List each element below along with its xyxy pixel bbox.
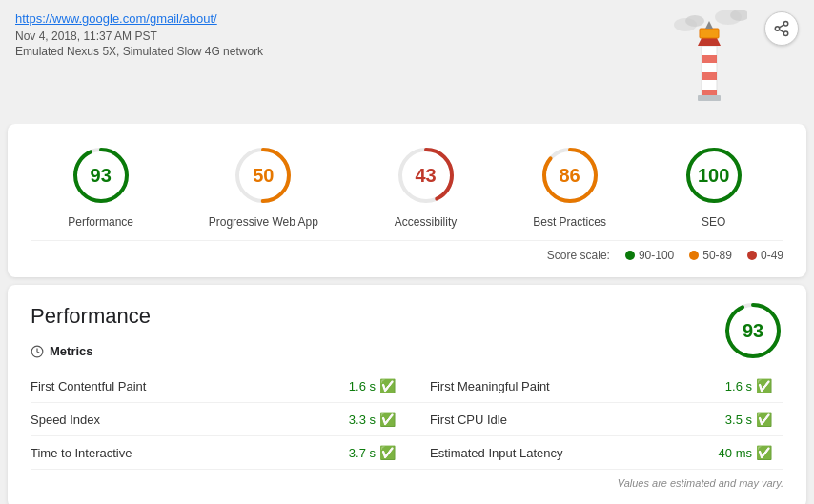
metric-value: 1.6 s ✅ bbox=[349, 378, 396, 393]
header: https://www.google.com/gmail/about/ Nov … bbox=[0, 0, 814, 124]
green-dot bbox=[625, 251, 635, 260]
score-value-accessibility: 43 bbox=[415, 165, 436, 187]
estimated-note: Values are estimated and may vary. bbox=[31, 477, 783, 489]
score-circle-performance: 93 bbox=[69, 143, 133, 208]
metric-time-to-interactive: Time to Interactive 3.7 s ✅ bbox=[31, 436, 407, 470]
metric-number: 3.3 s bbox=[349, 413, 376, 427]
metric-estimated-input-latency: Estimated Input Latency 40 ms ✅ bbox=[407, 436, 783, 470]
score-value-best-practices: 86 bbox=[559, 165, 580, 187]
scores-row: 93 Performance 50 Progressive Web App 43… bbox=[31, 143, 783, 229]
svg-line-16 bbox=[779, 25, 783, 28]
metrics-icon bbox=[31, 345, 44, 358]
score-item-accessibility: 43 Accessibility bbox=[394, 143, 458, 229]
metric-first-contentful-paint: First Contentful Paint 1.6 s ✅ bbox=[31, 370, 407, 403]
score-item-pwa: 50 Progressive Web App bbox=[209, 143, 318, 229]
metrics-label: Metrics bbox=[50, 344, 93, 358]
score-scale: Score scale: 90-100 50-89 0-49 bbox=[31, 240, 783, 262]
score-value-pwa: 50 bbox=[253, 165, 274, 187]
check-icon: ✅ bbox=[379, 378, 396, 393]
metric-number: 1.6 s bbox=[349, 379, 376, 393]
red-dot bbox=[747, 251, 757, 260]
score-circle-pwa: 50 bbox=[231, 143, 295, 208]
score-label-seo: SEO bbox=[702, 215, 725, 229]
metric-name: First CPU Idle bbox=[430, 413, 507, 427]
metric-value: 3.7 s ✅ bbox=[349, 445, 396, 460]
check-icon: ✅ bbox=[379, 412, 396, 427]
check-icon: ✅ bbox=[756, 378, 772, 393]
check-icon: ✅ bbox=[379, 445, 396, 460]
svg-rect-6 bbox=[702, 72, 717, 80]
metric-number: 1.6 s bbox=[725, 379, 752, 393]
lighthouse-illustration bbox=[671, 8, 747, 112]
scale-green: 90-100 bbox=[625, 249, 674, 262]
metric-name: Speed Index bbox=[31, 413, 100, 427]
score-value-performance: 93 bbox=[91, 165, 112, 187]
score-item-performance: 93 Performance bbox=[68, 143, 133, 229]
score-scale-label: Score scale: bbox=[547, 249, 610, 262]
svg-marker-10 bbox=[705, 21, 713, 29]
metrics-row-3: Time to Interactive 3.7 s ✅ Estimated In… bbox=[31, 436, 783, 470]
metrics-header: Metrics bbox=[31, 344, 783, 358]
performance-score-circle: 93 bbox=[722, 300, 783, 361]
metric-first-meaningful-paint: First Meaningful Paint 1.6 s ✅ bbox=[407, 370, 783, 403]
metric-value: 1.6 s ✅ bbox=[725, 378, 772, 393]
score-item-best-practices: 86 Best Practices bbox=[533, 143, 606, 229]
metrics-row-2: Speed Index 3.3 s ✅ First CPU Idle 3.5 s… bbox=[31, 403, 783, 436]
metric-value: 40 ms ✅ bbox=[719, 445, 772, 460]
metric-value: 3.3 s ✅ bbox=[349, 412, 396, 427]
metric-name: First Meaningful Paint bbox=[430, 379, 550, 393]
check-icon: ✅ bbox=[756, 412, 772, 427]
score-label-accessibility: Accessibility bbox=[395, 215, 457, 229]
scale-red-label: 0-49 bbox=[761, 249, 783, 262]
metric-name: First Contentful Paint bbox=[31, 379, 146, 393]
svg-point-1 bbox=[685, 15, 704, 27]
share-button[interactable] bbox=[764, 11, 799, 46]
performance-title: Performance bbox=[31, 304, 783, 329]
metric-value: 3.5 s ✅ bbox=[725, 412, 772, 427]
svg-rect-11 bbox=[698, 95, 721, 101]
score-label-pwa: Progressive Web App bbox=[209, 215, 318, 229]
metric-name: Estimated Input Latency bbox=[430, 446, 562, 460]
score-label-best-practices: Best Practices bbox=[533, 215, 606, 229]
metric-number: 3.7 s bbox=[349, 446, 376, 460]
score-label-performance: Performance bbox=[68, 215, 133, 229]
orange-dot bbox=[689, 251, 699, 260]
metrics-row-1: First Contentful Paint 1.6 s ✅ First Mea… bbox=[31, 370, 783, 403]
metric-number: 3.5 s bbox=[725, 413, 752, 427]
scale-orange: 50-89 bbox=[689, 249, 732, 262]
svg-line-15 bbox=[779, 30, 783, 32]
performance-score-value: 93 bbox=[743, 320, 763, 342]
metric-number: 40 ms bbox=[719, 446, 752, 460]
scores-card: 93 Performance 50 Progressive Web App 43… bbox=[8, 124, 806, 277]
svg-rect-5 bbox=[702, 55, 717, 63]
metric-speed-index: Speed Index 3.3 s ✅ bbox=[31, 403, 407, 436]
score-circle-best-practices: 86 bbox=[538, 143, 602, 208]
scale-orange-label: 50-89 bbox=[702, 249, 732, 262]
metric-name: Time to Interactive bbox=[31, 446, 132, 460]
svg-rect-9 bbox=[700, 29, 719, 38]
metrics-table: First Contentful Paint 1.6 s ✅ First Mea… bbox=[31, 370, 783, 470]
score-circle-seo: 100 bbox=[682, 143, 746, 208]
scale-red: 0-49 bbox=[747, 249, 783, 262]
check-icon: ✅ bbox=[756, 445, 772, 460]
metric-first-cpu-idle: First CPU Idle 3.5 s ✅ bbox=[407, 403, 783, 436]
score-circle-accessibility: 43 bbox=[394, 143, 458, 208]
performance-section: Performance 93 Metrics First Contentful … bbox=[8, 285, 806, 504]
scale-green-label: 90-100 bbox=[639, 249, 674, 262]
score-item-seo: 100 SEO bbox=[682, 143, 746, 229]
score-value-seo: 100 bbox=[698, 165, 729, 187]
